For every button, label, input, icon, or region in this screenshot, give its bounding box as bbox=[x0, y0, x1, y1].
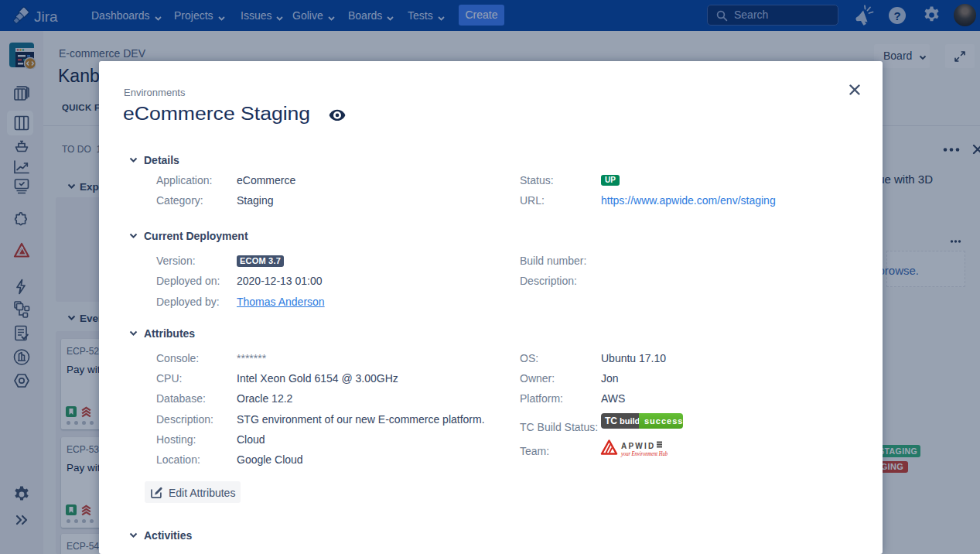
svg-text:APWID: APWID bbox=[621, 442, 655, 450]
svg-text:your Environment Hub: your Environment Hub bbox=[620, 450, 668, 457]
